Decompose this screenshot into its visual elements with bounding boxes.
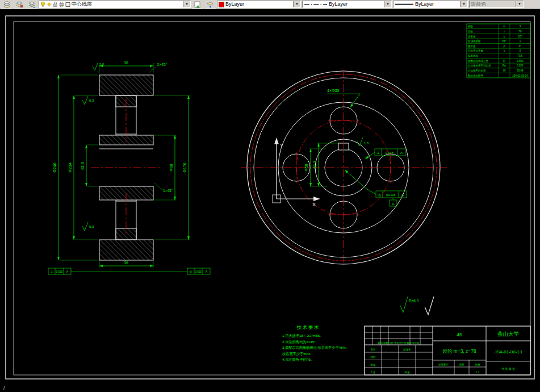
gear-parameter-table: 模数m3齿数z78齿形角α20°齿顶高系数ha*1螺旋角β0°径向变位系数x0精… [467,24,530,78]
gear-param-name: 齿形角 [468,35,476,39]
layer-previous-button[interactable] [204,0,216,9]
tech-req-item: 按齿宽不少于60%. [282,352,312,356]
layers-button[interactable] [1,0,12,9]
dim-face-width: 36 [124,61,128,65]
title-block: 45 燕山大学 齿轮 m=3, z=78 JS4-01-00-13 1:1 标记… [365,326,530,375]
dim-keyway-left: 62.3 [81,162,85,170]
layer-translate-button[interactable] [26,0,37,9]
plotstyle-combo-arrow-icon: ▼ [516,1,523,7]
approve-label: 批准 [404,371,411,374]
dim-bore-diameter: Φ58 [304,164,308,171]
dim-pitch-diameter: Φ234 [68,162,72,172]
dim-face-width-bottom: 36 [124,261,128,265]
layer-states-icon [15,1,23,9]
gear-param-name: 精度等级 [468,55,479,58]
scale-value: 1:1 [475,370,480,374]
gear-param-name: 齿圈径向跳动公差 [468,60,489,62]
layer-combo[interactable]: 中心线层 ▼ [39,1,191,8]
datum-a-label: A [392,202,394,206]
lineweight-combo-value: ByLayer [415,1,459,7]
linetype-combo-arrow-icon[interactable]: ▼ [384,1,391,7]
gear-param-symbol: Fw [503,64,506,67]
ucs-x-label: X [312,202,316,207]
make-object-layer-current-button[interactable] [192,0,203,9]
dim-rim-diameter: Φ170 [183,162,187,172]
printer-icon[interactable] [59,1,64,7]
sun-icon[interactable] [47,1,52,7]
tech-requirements: 技 术 要 求 1.正火处理187~217HBS.2.未注倒角均为2×45°.3… [282,325,347,362]
gear-param-value: 7GK [517,55,522,57]
gear-param-symbol: ha* [503,40,506,43]
plotstyle-combo-value: 随颜色 [471,1,514,7]
layers-icon [3,1,11,9]
gear-param-symbol: β [504,45,505,48]
gear-param-value: 0° [519,45,522,48]
tech-req-title: 技 术 要 求 [296,325,319,330]
current-color-swatch-icon [219,2,224,7]
gear-param-symbol: m [503,25,505,28]
weight-label: 重量 [459,363,464,366]
stage-label: 阶段标记 [438,363,449,366]
gear-param-value: 20° [518,35,522,38]
tech-req-item: 1.正火处理187~217HBS. [282,333,321,338]
drawing-number: JS4-01-00-13 [495,349,522,355]
lineweight-preview-icon [395,2,414,7]
section-view-centerlines [91,99,162,236]
command-prompt[interactable]: / [3,385,5,391]
organization-name: 燕山大学 [497,331,519,337]
gtol1-value: 0.018 [386,151,394,155]
tol-left-datum: A [66,270,69,273]
dim-keyway-front: 62.3 [313,161,317,169]
tol-right-symbol: ◎ [190,270,192,273]
ucs-y-label: Y [280,143,283,148]
standardize-label: 标准化 [403,348,411,352]
gear-param-name: 齿顶高系数 [468,39,481,43]
dimension-labels: 36 2×45° Φ240 Φ234 62.3 Φ98 Φ170 36 ⊥ 0.… [51,61,419,303]
scale-label: 比例 [475,363,480,366]
material-label: 45 [457,332,462,337]
bulb-icon[interactable] [40,1,45,7]
color-swatch-icon[interactable] [65,1,70,7]
gear-param-name: 模数 [467,25,474,28]
gear-param-value: 78.49 [517,69,524,72]
general-roughness-label: Ra6.3 [409,299,419,303]
check-label: 校对 [371,356,376,358]
color-combo[interactable]: ByLayer ▼ [217,1,301,8]
gear-param-symbol: x [504,49,505,52]
layer-combo-value: 中心线层 [72,1,182,7]
gear-param-name: 公法线长度变动公差 [468,64,491,67]
make-object-layer-current-icon [194,1,202,9]
tol-left-symbol: ⊥ [51,270,53,273]
gtol2-value: Φ0.025 [386,193,396,197]
other-surfaces-check-icon [425,297,434,315]
tech-req-item: 4.未注圆角半径R5. [282,357,312,362]
dim-tip-diameter: Φ240 [53,162,57,172]
design-label: 设计 [371,348,376,351]
gear-param-name: 齿数 [468,30,474,33]
gear-param-symbol: W [503,69,506,72]
drawing-frame [6,16,534,379]
lineweight-combo-arrow-icon[interactable]: ▼ [460,1,467,7]
dim-chamfer: 2×45° [157,62,168,66]
linetype-preview-icon [304,2,328,7]
lineweight-combo[interactable]: ByLayer ▼ [393,1,468,8]
lock-icon[interactable] [53,1,58,7]
drawing-canvas[interactable]: Y X [0,9,540,392]
gear-param-value: JS4-01-00-14 [512,74,528,77]
tol-left-value: 0.025 [56,270,63,273]
dimension-lines [58,66,376,266]
ra-top-label: 1.6 [99,62,104,66]
linetype-combo[interactable]: ByLayer ▼ [302,1,392,8]
tol-right-datum: A [206,270,208,273]
front-view [241,70,447,265]
gear-param-name: 公法线平均长度 [468,69,486,72]
layer-states-button[interactable] [14,0,25,9]
color-combo-arrow-icon[interactable]: ▼ [293,1,300,7]
bore-chamfer-label: 1×45° [163,189,173,193]
revision-header: 标记 处数 分区 更改文件号 签名 年月日 [378,341,420,345]
layer-combo-arrow-icon[interactable]: ▼ [183,1,190,7]
gear-param-name: 配对齿轮图号 [468,74,484,77]
gear-param-value: 0 [520,49,521,52]
gear-param-symbol: Fr [503,60,506,62]
part-name: 齿轮 m=3, z=78 [442,348,476,354]
